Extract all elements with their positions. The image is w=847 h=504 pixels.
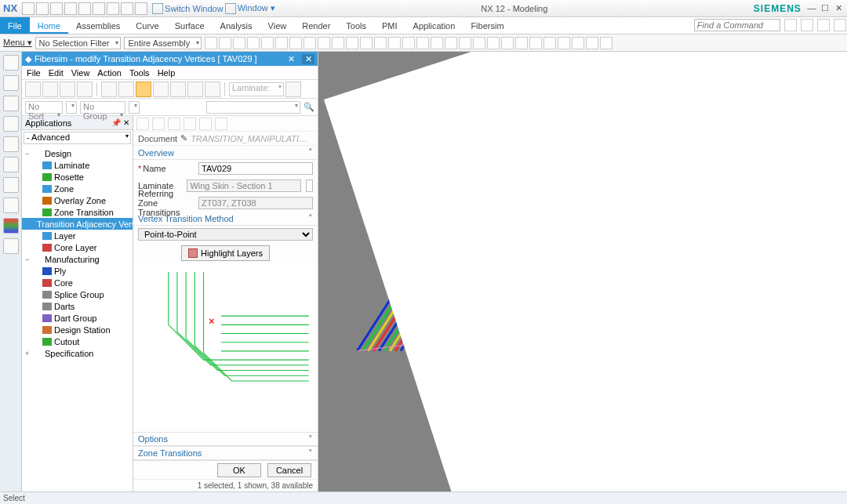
tab-fibersim[interactable]: Fibersim: [463, 17, 511, 34]
tab-application[interactable]: Application: [405, 17, 463, 34]
fibersim-tabclose-icon[interactable]: ✕: [302, 54, 314, 64]
ribbon-icon[interactable]: [515, 37, 528, 49]
tree-node[interactable]: Ply: [22, 265, 133, 277]
search-icon[interactable]: 🔍: [304, 102, 314, 112]
filter-input[interactable]: [206, 101, 300, 114]
rail-constraint-icon[interactable]: [3, 96, 19, 111]
ribbon-icon[interactable]: [261, 37, 274, 49]
rail-color-icon[interactable]: [3, 218, 19, 234]
sort-dir-icon[interactable]: [66, 101, 77, 114]
ribbon-icon[interactable]: [543, 37, 556, 49]
applications-mode-dropdown[interactable]: - Advanced: [24, 132, 131, 144]
qat-save-icon[interactable]: [50, 2, 63, 15]
ok-button[interactable]: OK: [217, 463, 261, 477]
ribbon-icon[interactable]: [529, 37, 542, 49]
tree-node[interactable]: +Specification: [22, 347, 133, 359]
document-edit-icon[interactable]: ✎: [180, 133, 187, 143]
rail-part-icon[interactable]: [3, 116, 19, 132]
rail-history-icon[interactable]: [3, 177, 19, 193]
qat-open-icon[interactable]: [36, 2, 49, 15]
group-dropdown[interactable]: No Group: [80, 101, 125, 114]
tree-node[interactable]: Laminate: [22, 159, 133, 171]
tab-surface[interactable]: Surface: [167, 17, 213, 34]
graphics-viewport[interactable]: TAV029✕: [318, 52, 847, 491]
ribbon-icon[interactable]: [219, 37, 231, 49]
find-command-input[interactable]: [694, 19, 780, 31]
tree-node[interactable]: Cutout: [22, 335, 133, 347]
ribbon-icon[interactable]: [275, 37, 288, 49]
fibersim-menu-view[interactable]: View: [71, 68, 90, 78]
tree-node[interactable]: Layer: [22, 230, 133, 241]
ribbon-icon[interactable]: [501, 37, 514, 49]
applications-tree[interactable]: −DesignLaminateRosetteZoneOverlay ZoneZo…: [22, 146, 133, 491]
ribbon-icon[interactable]: [233, 37, 245, 49]
name-input[interactable]: [198, 162, 313, 175]
rail-roles-icon[interactable]: [3, 198, 19, 213]
pin-icon[interactable]: 📌 ✕: [111, 118, 129, 127]
prop-apply-icon[interactable]: [136, 118, 149, 130]
section-vertex-method[interactable]: Vertex Transition Method ˄: [133, 212, 318, 226]
ribbon-icon[interactable]: [360, 37, 373, 49]
tree-node[interactable]: Zone Transition: [22, 206, 133, 218]
ftb-box-icon[interactable]: [153, 82, 169, 97]
rail-web-icon[interactable]: [3, 157, 19, 172]
rail-measure-icon[interactable]: [3, 238, 19, 254]
ribbon-icon[interactable]: [289, 37, 302, 49]
cancel-button[interactable]: Cancel: [267, 463, 311, 477]
ribbon-icon[interactable]: [600, 37, 613, 49]
tab-file[interactable]: File: [0, 17, 30, 34]
ribbon-icon[interactable]: [572, 37, 584, 49]
ribbon-icon[interactable]: [445, 37, 457, 49]
fibersim-menu-help[interactable]: Help: [158, 68, 176, 78]
qat-undo-icon[interactable]: [64, 2, 77, 15]
assembly-scope-dropdown[interactable]: Entire Assembly: [124, 37, 202, 49]
ftb-ply-icon[interactable]: [60, 82, 75, 97]
tree-node[interactable]: Splice Group: [22, 288, 133, 300]
tree-node[interactable]: Darts: [22, 300, 133, 312]
tree-node[interactable]: Overlay Zone: [22, 194, 133, 206]
fibersim-menu-edit[interactable]: Edit: [49, 68, 64, 78]
tab-home[interactable]: Home: [30, 17, 68, 34]
tree-node[interactable]: Rosette: [22, 171, 133, 183]
prop-columns-icon[interactable]: [215, 118, 227, 130]
rail-reuse-icon[interactable]: [3, 136, 19, 152]
ribbon-icon[interactable]: [586, 37, 598, 49]
menu-button[interactable]: Menu ▾: [3, 38, 32, 48]
tree-node[interactable]: Core Layer: [22, 241, 133, 253]
ribbon-icon[interactable]: [304, 37, 316, 49]
ftb-box2-icon[interactable]: [170, 82, 186, 97]
section-overview[interactable]: Overview ˄: [133, 146, 318, 160]
prop-list2-icon[interactable]: [199, 118, 212, 130]
ribbon-icon[interactable]: [487, 37, 500, 49]
ribbon-icon[interactable]: [388, 37, 401, 49]
ftb-layers-icon[interactable]: [118, 82, 134, 97]
ribbon-icon[interactable]: [318, 37, 330, 49]
fibersim-menu-action[interactable]: Action: [97, 68, 122, 78]
maximize-button[interactable]: ☐: [820, 3, 831, 13]
qat-paste-icon[interactable]: [121, 2, 133, 15]
highlight-layers-button[interactable]: Highlight Layers: [181, 245, 270, 261]
search-icon[interactable]: [784, 19, 797, 31]
ribbon-icon[interactable]: [247, 37, 260, 49]
ftb-grid-icon[interactable]: [187, 82, 203, 97]
qat-cut-icon[interactable]: [93, 2, 105, 15]
qat-copy-icon[interactable]: [107, 2, 119, 15]
minimize-button[interactable]: —: [806, 3, 817, 13]
ftb-list-icon[interactable]: [25, 82, 41, 97]
rail-assembly-icon[interactable]: [3, 75, 19, 91]
help-icon[interactable]: [834, 19, 846, 31]
fibersim-close-icon[interactable]: ✕: [285, 54, 297, 64]
tab-tools[interactable]: Tools: [338, 17, 374, 34]
close-button[interactable]: ✕: [833, 3, 844, 13]
ribbon-icon[interactable]: [205, 37, 217, 49]
laminate-dropdown[interactable]: Laminate:: [229, 82, 284, 96]
tab-view[interactable]: View: [260, 17, 295, 34]
section-zone-transitions[interactable]: Zone Transitions ˅: [133, 446, 318, 460]
method-dropdown[interactable]: Point-to-Point: [138, 228, 313, 241]
tree-node[interactable]: Zone: [22, 183, 133, 194]
qat-new-icon[interactable]: [22, 2, 35, 15]
tree-node[interactable]: Dart Group: [22, 312, 133, 324]
tab-curve[interactable]: Curve: [128, 17, 166, 34]
prop-list-icon[interactable]: [184, 118, 196, 130]
fibersim-menu-tools[interactable]: Tools: [129, 68, 150, 78]
